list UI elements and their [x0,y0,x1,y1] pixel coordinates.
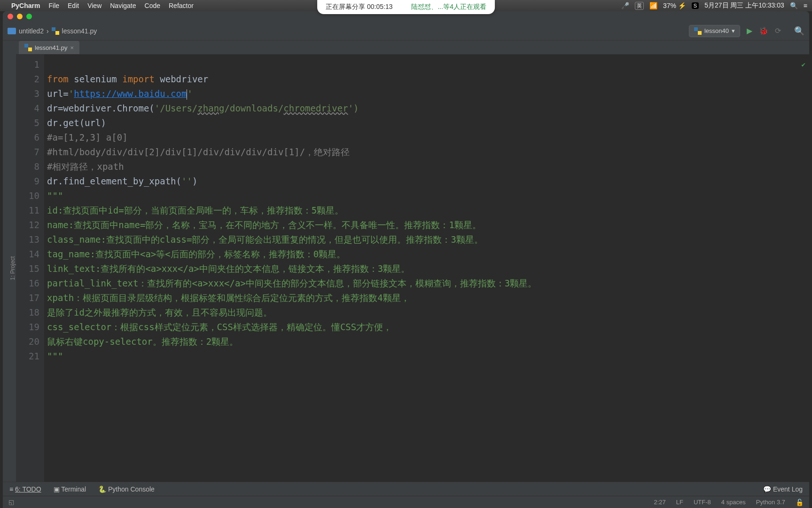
status-bar: ◱ 2:27 LF UTF-8 4 spaces Python 3.7 🔓 [3,496,809,508]
menu-extra-icon[interactable]: ≡ [804,2,807,9]
python-file-icon [694,27,702,35]
svg-rect-2 [694,27,698,31]
python-file-icon [52,27,59,35]
share-viewers: 陆怼怼、...等4人正在观看 [411,3,486,11]
indent-setting[interactable]: 4 spaces [721,499,746,506]
coverage-button[interactable]: ⟳ [775,26,781,35]
menu-refactor[interactable]: Refactor [169,2,194,9]
zoom-window-icon[interactable] [26,14,32,19]
close-tab-icon[interactable]: × [70,44,74,51]
python-interpreter[interactable]: Python 3.7 [756,499,785,506]
svg-rect-5 [28,48,32,51]
menu-edit[interactable]: Edit [68,2,79,9]
tool-todo[interactable]: ≡ 6: TODO [9,485,41,493]
svg-rect-1 [55,31,59,35]
close-window-icon[interactable] [8,14,13,19]
navigation-bar: untitled2 › lesson41.py lesson40 ▾ ▶ 🐞 ⟳… [3,22,809,40]
run-toolbar: lesson40 ▾ ▶ 🐞 ⟳ 🔍 [689,25,804,37]
battery-status[interactable]: 37% ⚡ [663,2,686,9]
crumb-sep: › [47,27,49,35]
tab-lesson41[interactable]: lesson41.py × [19,41,79,54]
debug-button[interactable]: 🐞 [759,26,768,35]
search-everywhere-icon[interactable]: 🔍 [794,26,804,36]
left-tool-stripe: 1: Project 7: Structure 2: Favorites [3,40,16,482]
pycharm-window: untitled2 › lesson41.py lesson40 ▾ ▶ 🐞 ⟳… [3,11,809,508]
sogou-icon[interactable]: S [692,2,699,9]
menu-navigate[interactable]: Navigate [110,2,136,9]
menu-view[interactable]: View [87,2,102,9]
event-log[interactable]: 💬 Event Log [763,485,803,493]
tool-python-console[interactable]: 🐍 Python Console [98,485,155,493]
code-text[interactable]: ✔from selenium import webdriver url='htt… [44,55,809,482]
chevron-down-icon: ▾ [732,27,735,34]
line-number-gutter: 1 2 3 4 5 6 7 8 9 10 11 12 13 14 15 16 1… [16,55,44,482]
svg-rect-0 [52,27,55,31]
wifi-icon[interactable]: 📶 [649,2,657,9]
ime-indicator[interactable]: 英 [635,2,644,10]
screenshare-banner[interactable]: 正在屏幕分享 00:05:13 陆怼怼、...等4人正在观看 [317,0,495,14]
python-file-icon [24,44,32,51]
editor-tabs: lesson41.py × [16,40,809,55]
readonly-lock-icon[interactable]: 🔓 [796,499,804,506]
svg-rect-4 [24,44,28,48]
code-editor[interactable]: 1 2 3 4 5 6 7 8 9 10 11 12 13 14 15 16 1… [16,55,809,482]
file-encoding[interactable]: UTF-8 [694,499,711,506]
run-button[interactable]: ▶ [747,26,752,35]
crumb-file[interactable]: lesson41.py [62,27,97,35]
run-config-selector[interactable]: lesson40 ▾ [689,25,740,37]
line-ending[interactable]: LF [676,499,683,506]
inspection-ok-icon[interactable]: ✔ [802,57,805,72]
menu-file[interactable]: File [48,2,59,9]
statusbar-toggle-icon[interactable]: ◱ [8,499,14,506]
breadcrumb[interactable]: untitled2 › lesson41.py [8,27,97,35]
svg-rect-3 [698,31,702,35]
tool-terminal[interactable]: ▣ Terminal [54,485,86,493]
tab-label: lesson41.py [35,44,67,51]
clock[interactable]: 5月27日 周三 上午10:33:03 [704,1,784,10]
app-name[interactable]: PyCharm [11,2,40,9]
menu-code[interactable]: Code [145,2,160,9]
crumb-project[interactable]: untitled2 [19,27,44,35]
mic-icon[interactable]: 🎤 [621,2,629,9]
tool-project[interactable]: 1: Project [9,256,16,280]
minimize-window-icon[interactable] [17,14,23,19]
share-status: 正在屏幕分享 00:05:13 [326,3,392,11]
spotlight-icon[interactable]: 🔍 [790,2,798,9]
bottom-tool-stripe: ≡ 6: TODO ▣ Terminal 🐍 Python Console 💬 … [3,482,809,496]
folder-icon [8,28,16,34]
editor-area: 1: Project 7: Structure 2: Favorites les… [3,40,809,482]
run-config-label: lesson40 [704,27,729,34]
caret-position[interactable]: 2:27 [654,499,665,506]
